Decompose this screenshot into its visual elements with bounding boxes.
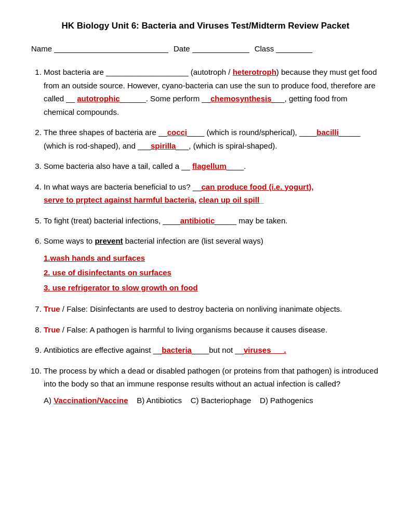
q6-answer-1: 1.wash hands and surfaces: [44, 251, 380, 266]
q8-true: True: [44, 325, 60, 334]
date-label: Date: [174, 44, 190, 53]
q1-text-before: Most bacteria are ___________________: [44, 68, 189, 76]
q2-answer-cocci: cocci: [167, 128, 187, 137]
question-7: True / False: Disinfectants are used to …: [44, 302, 380, 316]
q2-text-mid1: ____ (which is round/spherical), ____: [187, 128, 316, 137]
class-label: Class: [255, 44, 274, 53]
q6-answer-2: 2. use of disinfectants on surfaces: [44, 265, 380, 281]
q8-text: / False: A pathogen is harmful to living…: [60, 325, 327, 334]
q4-answer-line2a: serve to prptect against harmful bacteri…: [44, 195, 194, 204]
question-6: Some ways to prevent bacterial infection…: [44, 234, 380, 295]
question-4: In what ways are bacteria beneficial to …: [44, 180, 380, 207]
q6-prevent-word: prevent: [95, 236, 123, 245]
name-underline: [54, 44, 168, 53]
q10-text: The process by which a dead or disabled …: [44, 366, 378, 389]
q6-text-end: bacterial infection are (list several wa…: [123, 236, 263, 245]
q10-answer-vaccination: Vaccination/Vaccine: [54, 396, 128, 405]
q10-options: A) Vaccination/Vaccine B) Antibiotics C)…: [44, 394, 380, 407]
q9-text-end: ___.: [271, 345, 286, 354]
q6-answer-3: 3. use refrigerator to slow growth on fo…: [44, 281, 380, 296]
q4-answer-line2b: clean up oil spill: [198, 195, 259, 204]
q4-answer-line1: can produce food (i.e. yogurt),: [202, 182, 314, 191]
q5-answer-antibiotic: antibiotic: [180, 216, 215, 225]
q6-text-before: Some ways to: [44, 236, 95, 245]
q2-answer-spirilla: spirilla: [151, 141, 176, 150]
q2-answer-bacilli: bacilli: [316, 128, 339, 137]
q3-answer-flagellum: flagellum: [192, 162, 227, 170]
question-2: The three shapes of bacteria are __cocci…: [44, 126, 380, 152]
q10-option-a-label: A): [44, 396, 54, 405]
q9-answer-viruses: viruses: [244, 345, 271, 354]
q1-answer-chemosynthesis: chemosynthesis: [210, 94, 272, 103]
q2-text-end: ___, (which is spiral-shaped).: [176, 141, 277, 150]
q5-text-end: _____ may be taken.: [215, 216, 287, 225]
question-3: Some bacteria also have a tail, called a…: [44, 159, 380, 173]
question-8: True / False: A pathogen is harmful to l…: [44, 323, 380, 337]
questions-list: Most bacteria are ___________________ (a…: [31, 65, 380, 407]
q7-text: / False: Disinfectants are used to destr…: [60, 304, 342, 313]
date-underline: [192, 44, 249, 53]
q10-option-d: D) Pathogenics: [254, 396, 313, 405]
name-label: Name: [31, 44, 52, 53]
q4-text-before: In what ways are bacteria beneficial to …: [44, 182, 202, 191]
q9-text-mid: ____but not __: [192, 345, 244, 354]
q7-true: True: [44, 304, 60, 313]
q9-answer-bacteria: bacteria: [162, 345, 192, 354]
q4-line2c: _: [259, 195, 263, 204]
q1-paren-open: (autotroph /: [191, 68, 233, 76]
q5-text-before: To fight (treat) bacterial infections, _…: [44, 216, 180, 225]
q3-text-end: ____.: [227, 162, 246, 170]
q2-text-before: The three shapes of bacteria are __: [44, 128, 167, 137]
q1-text2: ______. Some perform __: [120, 94, 210, 103]
q10-option-b: B) Antibiotics: [130, 396, 182, 405]
question-9: Antibiotics are effective against __bact…: [44, 343, 380, 357]
q10-option-c: C) Bacteriophage: [184, 396, 251, 405]
class-underline: [276, 44, 312, 53]
page-title: HK Biology Unit 6: Bacteria and Viruses …: [31, 21, 380, 31]
name-date-class-row: Name Date Class: [31, 44, 380, 53]
q1-answer-autotrophic: autotrophic: [77, 94, 120, 103]
q6-answers-list: 1.wash hands and surfaces 2. use of disi…: [44, 251, 380, 296]
question-1: Most bacteria are ___________________ (a…: [44, 65, 380, 118]
q9-text-before: Antibiotics are effective against __: [44, 345, 162, 354]
question-10: The process by which a dead or disabled …: [44, 364, 380, 407]
q1-answer-heterotroph: heterotroph: [233, 68, 276, 76]
q3-text-before: Some bacteria also have a tail, called a…: [44, 162, 192, 170]
question-5: To fight (treat) bacterial infections, _…: [44, 214, 380, 228]
